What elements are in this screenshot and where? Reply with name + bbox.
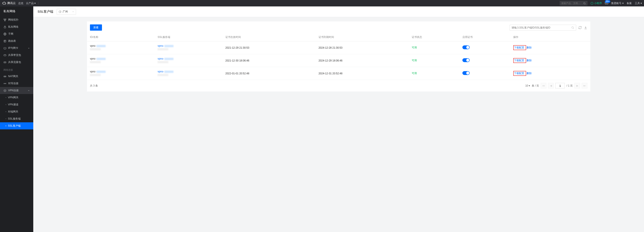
cell-end: 2024-12-29 18:06:46 [316, 54, 409, 67]
sidebar-sub-customergw[interactable]: 对端网关 [0, 108, 33, 115]
pagination-total: 共 3 条 [90, 84, 98, 88]
vpn-icon [4, 89, 6, 92]
first-page-button[interactable]: ⏮ [541, 83, 546, 89]
sidebar-item-peer[interactable]: 对等连接 [0, 80, 33, 87]
cell-id: vpnc- [87, 54, 154, 67]
cell-status: 可用 [409, 67, 460, 80]
svg-rect-3 [4, 19, 5, 19]
svg-point-14 [5, 76, 6, 77]
enable-toggle[interactable] [462, 45, 470, 49]
global-search-input[interactable] [561, 2, 583, 4]
cell-ops: 下载配置删除 [510, 67, 590, 80]
route-icon [4, 40, 6, 43]
sidebar-item-routetable[interactable]: 路由表 [0, 37, 33, 45]
table-search-input[interactable] [512, 26, 571, 29]
column-header-id: ID/名称 [87, 33, 154, 41]
toolbar: 新建 [87, 21, 590, 33]
page-header: SSL客户端 广州 [33, 6, 644, 17]
region-select[interactable]: 广州 [57, 9, 76, 15]
chevron-down-icon [72, 11, 74, 13]
main: SSL客户端 广州 新建 [33, 6, 644, 232]
region-label: 广州 [63, 10, 68, 13]
refresh-icon[interactable] [578, 26, 582, 29]
download-icon[interactable] [584, 26, 587, 29]
sidebar-item-traffic[interactable]: 共享流量包 [0, 59, 33, 66]
lock-icon [4, 25, 6, 28]
globe-icon [4, 33, 6, 36]
svg-point-16 [5, 83, 6, 84]
enable-toggle[interactable] [462, 58, 470, 62]
cell-toggle [460, 67, 510, 80]
delete-link[interactable]: 删除 [526, 59, 532, 62]
enable-toggle[interactable] [462, 71, 470, 75]
sidebar-item-vpn[interactable]: VPN连接 [0, 87, 33, 94]
messages-badge: 99+ [605, 0, 610, 3]
svg-rect-8 [4, 40, 6, 42]
sidebar-item-ipnic[interactable]: IP与网卡 [0, 45, 33, 52]
next-page-button[interactable]: ▶ [574, 83, 580, 89]
search-icon [571, 26, 574, 29]
chevron-down-icon [28, 47, 30, 49]
table-search[interactable] [510, 25, 576, 31]
svg-point-15 [4, 83, 5, 84]
sidebar-item-subnet[interactable]: 子网 [0, 30, 33, 37]
cell-id: vpnc- [87, 67, 154, 80]
nat-icon [4, 75, 6, 78]
column-header-start: 证书生效时间 [222, 33, 316, 41]
cell-status: 可用 [409, 41, 460, 54]
peer-icon [4, 82, 6, 85]
table-row: vpnc-vpns-2021-12-30 18:06:462024-12-29 … [87, 54, 590, 67]
divider [38, 2, 38, 5]
svg-rect-6 [4, 27, 6, 28]
sidebar-item-bwp[interactable]: 共享带宽包 [0, 52, 33, 59]
cell-sslserver: vpns- [154, 41, 222, 54]
sidebar-sub-sslserver[interactable]: SSL服务端 [0, 115, 33, 122]
page-title: SSL客户端 [38, 10, 53, 14]
global-search[interactable] [560, 1, 588, 5]
cell-start: 2021-12-29 21:30:53 [222, 41, 316, 54]
page-size-select[interactable]: 10 ▾ [525, 84, 530, 87]
cell-start: 2021-12-30 18:06:46 [222, 54, 316, 67]
sidebar-sub-sslclient[interactable]: SSL客户端 [0, 122, 33, 129]
new-button[interactable]: 新建 [90, 24, 102, 31]
cloud-products-link[interactable]: 云产品 ▾ [26, 1, 36, 5]
per-page-label: 条 / 页 [532, 84, 539, 88]
sidebar-sub-vpngw[interactable]: VPN网关 [0, 94, 33, 101]
table-row: vpnc-vpns-2021-12-29 21:30:532024-12-28 … [87, 41, 590, 54]
column-header-enable: 启用证书 [460, 33, 510, 41]
cell-ops: 下载配置删除 [510, 41, 590, 54]
svg-point-13 [4, 76, 4, 77]
download-config-link[interactable]: 下载配置 [514, 46, 524, 49]
sidebar-item-topology[interactable]: 网络拓扑 [0, 16, 33, 23]
topology-icon [4, 18, 6, 21]
cell-sslserver: vpns- [154, 67, 222, 80]
data-table: ID/名称 SSL服务端 证书生效时间 证书到期时间 证书状态 启用证书 操作 … [87, 33, 590, 80]
chevron-down-icon: ▾ [34, 2, 36, 5]
download-config-link[interactable]: 下载配置 [514, 72, 524, 75]
miniprogram-link[interactable]: 小程序 [590, 1, 602, 5]
overview-link[interactable]: 总览 [18, 1, 24, 5]
delete-link[interactable]: 删除 [526, 46, 532, 49]
svg-rect-4 [5, 19, 6, 19]
delete-link[interactable]: 删除 [526, 72, 532, 75]
nic-icon [4, 47, 6, 50]
tools-dropdown[interactable]: 工具 ▾ [635, 1, 642, 5]
page-input[interactable] [555, 83, 565, 89]
account-dropdown[interactable]: 集团账号 ▾ [611, 1, 624, 5]
cell-sslserver: vpns- [154, 54, 222, 67]
brand-logo[interactable]: 腾讯云 [2, 1, 16, 5]
sidebar-item-nat[interactable]: NAT网关 [0, 73, 33, 80]
sidebar-sub-vpntunnel[interactable]: VPN通道 [0, 101, 33, 108]
column-header-end: 证书到期时间 [316, 33, 409, 41]
messages-button[interactable]: 99+ [605, 2, 608, 5]
column-header-sslserver: SSL服务端 [154, 33, 222, 41]
cell-end: 2024-12-31 20:52:48 [316, 67, 409, 80]
download-config-link[interactable]: 下载配置 [514, 59, 524, 62]
last-page-button[interactable]: ⏭ [582, 83, 587, 89]
bandwidth-icon [4, 54, 6, 57]
prev-page-button[interactable]: ◀ [548, 83, 554, 89]
sidebar-item-vpc[interactable]: 私有网络 [0, 23, 33, 30]
svg-rect-9 [4, 47, 6, 49]
sidebar: 私有网络 网络拓扑 私有网络 子网 路由表 IP与网卡 共享带宽包 共享 [0, 6, 33, 232]
beian-link[interactable]: 备案 [626, 1, 632, 5]
